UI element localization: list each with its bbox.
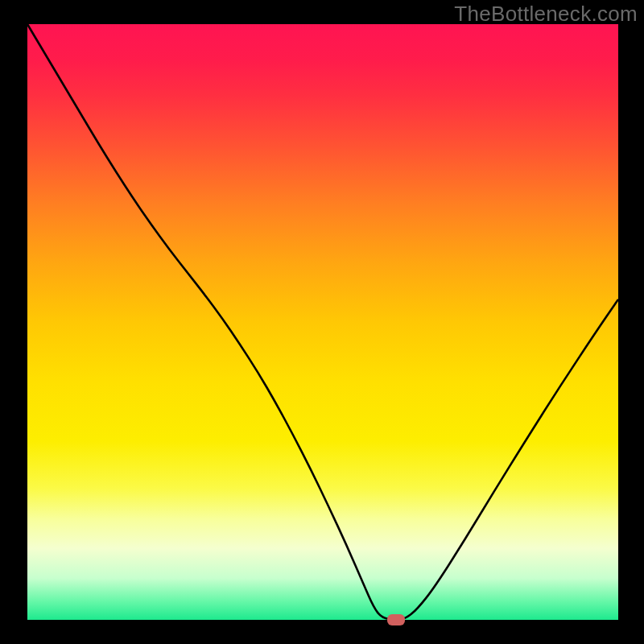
watermark-text: TheBottleneck.com [454, 2, 638, 27]
plot-background [27, 24, 618, 620]
optimal-point-marker [387, 614, 405, 625]
chart-container: TheBottleneck.com [0, 0, 644, 644]
bottleneck-chart [0, 0, 644, 644]
